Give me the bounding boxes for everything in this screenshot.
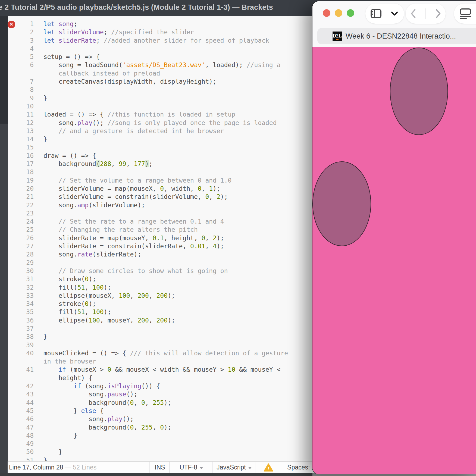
code-line: 21 sliderVolume = constrain(sliderVolume… xyxy=(8,193,312,201)
code-line: 36 ellipse(100, mouseY, 200, 200); xyxy=(8,316,312,324)
code-line: 42 if (song.isPlaying()) { xyxy=(8,382,312,390)
code-text: background(288, 99, 177); xyxy=(43,160,153,167)
code-text: } xyxy=(43,333,47,340)
chevron-down-icon xyxy=(248,467,252,469)
code-line: 11loaded = () => { //this function is lo… xyxy=(8,110,312,118)
encoding-dropdown[interactable]: UTF-8 xyxy=(169,462,213,473)
canvas-ellipse xyxy=(313,162,371,246)
code-line: 51} xyxy=(8,456,312,461)
code-text: stroke(0); xyxy=(43,300,96,307)
line-number: 30 xyxy=(8,267,34,275)
canvas-ellipse xyxy=(390,48,448,135)
back-icon[interactable] xyxy=(411,9,416,18)
d2l-favicon: D2L xyxy=(333,32,342,41)
code-text: song.pause(); xyxy=(43,391,137,398)
line-number: 5 xyxy=(8,53,34,61)
code-line: 38} xyxy=(8,333,312,341)
code-line: 49 xyxy=(8,440,312,448)
code-line: 41 if (mouseX > 0 && mouseX < width && m… xyxy=(8,365,312,374)
p5js-canvas[interactable] xyxy=(312,47,476,474)
line-number: 21 xyxy=(8,193,34,201)
code-line: 29 xyxy=(8,259,312,267)
line-number: 7 xyxy=(8,77,34,86)
line-number: 27 xyxy=(8,242,34,250)
active-tab[interactable]: D2L Week 6 - DESN22848 Interactio... xyxy=(317,28,476,44)
safari-window: D2L Week 6 - DESN22848 Interactio... xyxy=(312,1,476,474)
code-line: 8 xyxy=(8,86,312,94)
line-number: 15 xyxy=(8,143,34,151)
line-number: 41 xyxy=(8,365,34,374)
code-text: fill(51, 100); xyxy=(43,308,111,315)
line-number: 43 xyxy=(8,390,34,398)
line-number: 19 xyxy=(8,176,34,184)
tab-title: Week 6 - DESN22848 Interactio... xyxy=(346,32,456,40)
line-number: 23 xyxy=(8,209,34,217)
code-line: 18 xyxy=(8,168,312,176)
line-number: 42 xyxy=(8,382,34,390)
code-line: 25 // Changing the rate alters the pitch xyxy=(8,226,312,234)
code-text: height) { xyxy=(43,374,92,381)
project-panel-edge xyxy=(0,16,8,476)
line-number: 32 xyxy=(8,283,34,292)
chevron-down-icon[interactable] xyxy=(391,11,398,16)
code-line: 12 song.play(); //song is only played on… xyxy=(8,119,312,127)
code-line: 15 xyxy=(8,143,312,151)
code-line: 2let sliderVolume; //specified the slide… xyxy=(8,28,312,36)
code-line: 26 sliderRate = map(mouseY, 0.1, height,… xyxy=(8,234,312,242)
code-line: 13 // and a gresture is detected int he … xyxy=(8,127,312,135)
lint-warning-button[interactable]: ! xyxy=(255,462,281,473)
code-text: let sliderVolume; //specified the slider xyxy=(43,29,194,36)
line-number: 2 xyxy=(8,28,34,36)
code-text: loaded = () => { //this function is load… xyxy=(43,111,235,118)
sidebar-icon[interactable] xyxy=(370,9,382,18)
code-text: sliderRate = constrain(sliderRate, 0.01,… xyxy=(43,243,224,250)
line-number: 18 xyxy=(8,168,34,176)
line-number: 24 xyxy=(8,217,34,226)
chevron-down-icon xyxy=(199,467,203,469)
code-text: } xyxy=(43,457,47,461)
code-line: 48 } xyxy=(8,431,312,440)
code-line: 27 sliderRate = constrain(sliderRate, 0.… xyxy=(8,242,312,250)
insert-mode-toggle[interactable]: INS xyxy=(149,462,170,473)
line-number: 25 xyxy=(8,226,34,234)
code-rows: 1let song;2let sliderVolume; //specified… xyxy=(8,20,312,461)
code-text: song.amp(sliderVolume); xyxy=(43,202,145,209)
code-line: 16draw = () => { xyxy=(8,152,312,160)
forward-icon[interactable] xyxy=(436,9,441,18)
line-number: 38 xyxy=(8,333,34,341)
code-line: 9} xyxy=(8,94,312,102)
code-text: callback instead of preload xyxy=(43,70,160,77)
code-line: 43 song.pause(); xyxy=(8,390,312,398)
code-text: mouseClicked = () => { /// this will all… xyxy=(43,350,288,357)
code-text: draw = () => { xyxy=(43,152,96,159)
line-number: 3 xyxy=(8,36,34,45)
language-dropdown[interactable]: JavaScript xyxy=(212,462,255,473)
code-text: } xyxy=(43,432,77,439)
code-line: in the browser xyxy=(8,357,312,365)
code-line: 50 } xyxy=(8,448,312,456)
error-x-circle-icon[interactable]: ✕ xyxy=(8,21,15,28)
project-panel-edge-upper xyxy=(0,16,8,124)
code-text: sliderVolume = constrain(sliderVolume, 0… xyxy=(43,193,228,200)
svg-text:!: ! xyxy=(268,466,269,471)
close-button[interactable] xyxy=(323,9,330,17)
zoom-button[interactable] xyxy=(347,9,354,17)
cursor-position: Line 17, Column 28 — 52 Lines xyxy=(9,464,96,471)
line-number: 35 xyxy=(8,308,34,316)
code-editor[interactable]: 1let song;2let sliderVolume; //specified… xyxy=(8,16,312,461)
line-number: 39 xyxy=(8,341,34,349)
code-text: background(0, 255, 0); xyxy=(43,424,171,431)
code-text: song.rate(sliderRate); xyxy=(43,251,141,258)
code-line: 35 fill(51, 100); xyxy=(8,308,312,316)
line-number: 17 xyxy=(8,160,34,168)
warning-triangle-icon: ! xyxy=(264,463,273,472)
line-number: 36 xyxy=(8,316,34,324)
window-title-clip: e 2 Tutorial 2/P5 audio playback/sketch5… xyxy=(0,0,273,16)
minimize-button[interactable] xyxy=(335,9,342,17)
line-number: 29 xyxy=(8,259,34,267)
code-line: 34 stroke(0); xyxy=(8,300,312,308)
tab-overview-icon[interactable] xyxy=(459,8,472,19)
code-line: 30 // Draw some circles to show what is … xyxy=(8,267,312,275)
code-text: let sliderRate; //added another slider f… xyxy=(43,37,269,44)
code-text: if (mouseX > 0 && mouseX < width && mous… xyxy=(43,366,280,373)
